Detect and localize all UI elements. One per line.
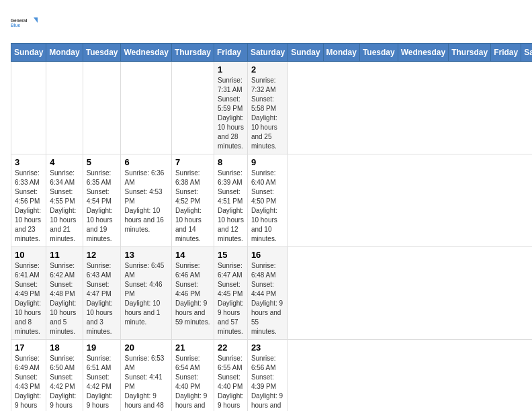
calendar-cell: 19Sunrise: 6:51 AMSunset: 4:42 PMDayligh… [83, 340, 121, 412]
calendar-week-row: 1Sunrise: 7:31 AMSunset: 5:59 PMDaylight… [11, 62, 533, 154]
day-info: Sunrise: 6:33 AMSunset: 4:56 PMDaylight:… [15, 169, 42, 244]
svg-text:Blue: Blue [11, 23, 20, 28]
day-number: 22 [218, 342, 244, 353]
calendar-cell: 5Sunrise: 6:35 AMSunset: 4:54 PMDaylight… [83, 154, 121, 247]
calendar-cell [46, 62, 83, 154]
day-of-week-sunday: Sunday [288, 44, 323, 62]
day-info: Sunrise: 6:51 AMSunset: 4:42 PMDaylight:… [87, 354, 118, 411]
day-number: 3 [15, 157, 42, 167]
logo: General Blue [11, 11, 38, 35]
calendar-cell: 23Sunrise: 6:56 AMSunset: 4:39 PMDayligh… [247, 340, 287, 412]
day-number: 10 [15, 250, 42, 260]
day-info: Sunrise: 6:47 AMSunset: 4:45 PMDaylight:… [218, 261, 244, 336]
calendar-week-row: 10Sunrise: 6:41 AMSunset: 4:49 PMDayligh… [11, 247, 533, 340]
day-number: 8 [218, 157, 244, 167]
day-info: Sunrise: 6:56 AMSunset: 4:39 PMDaylight:… [251, 354, 284, 411]
calendar-cell: 14Sunrise: 6:46 AMSunset: 4:46 PMDayligh… [171, 247, 214, 340]
calendar-cell: 6Sunrise: 6:36 AMSunset: 4:53 PMDaylight… [121, 154, 171, 247]
calendar-cell: 12Sunrise: 6:43 AMSunset: 4:47 PMDayligh… [83, 247, 121, 340]
header: General Blue [11, 11, 521, 35]
day-of-week-header: Sunday [11, 44, 46, 62]
day-info: Sunrise: 6:55 AMSunset: 4:40 PMDaylight:… [218, 354, 244, 411]
day-number: 12 [87, 250, 118, 260]
logo-svg: General Blue [11, 11, 38, 35]
day-info: Sunrise: 6:46 AMSunset: 4:46 PMDaylight:… [175, 261, 210, 327]
day-info: Sunrise: 7:31 AMSunset: 5:59 PMDaylight:… [218, 76, 244, 151]
day-number: 5 [87, 157, 118, 167]
day-of-week-header: Friday [214, 44, 247, 62]
calendar-cell [83, 62, 121, 154]
calendar-cell: 18Sunrise: 6:50 AMSunset: 4:42 PMDayligh… [46, 340, 83, 412]
calendar-cell: 11Sunrise: 6:42 AMSunset: 4:48 PMDayligh… [46, 247, 83, 340]
calendar-week-row: 3Sunrise: 6:33 AMSunset: 4:56 PMDaylight… [11, 154, 533, 247]
svg-text:General: General [11, 18, 27, 23]
day-number: 2 [251, 64, 284, 75]
day-number: 17 [15, 342, 42, 353]
day-number: 13 [124, 250, 167, 260]
day-info: Sunrise: 6:50 AMSunset: 4:42 PMDaylight:… [50, 354, 79, 411]
day-of-week-wednesday: Wednesday [398, 44, 448, 62]
day-number: 19 [87, 342, 118, 353]
calendar-table: SundayMondayTuesdayWednesdayThursdayFrid… [11, 43, 532, 411]
calendar-cell: 22Sunrise: 6:55 AMSunset: 4:40 PMDayligh… [214, 340, 247, 412]
day-info: Sunrise: 6:42 AMSunset: 4:48 PMDaylight:… [50, 261, 79, 336]
calendar-header-row: SundayMondayTuesdayWednesdayThursdayFrid… [11, 44, 533, 62]
day-number: 15 [218, 250, 244, 260]
day-number: 1 [218, 64, 244, 75]
day-of-week-tuesday: Tuesday [359, 44, 398, 62]
calendar-cell: 17Sunrise: 6:49 AMSunset: 4:43 PMDayligh… [11, 340, 46, 412]
calendar-cell: 9Sunrise: 6:40 AMSunset: 4:50 PMDaylight… [247, 154, 287, 247]
calendar-cell: 16Sunrise: 6:48 AMSunset: 4:44 PMDayligh… [247, 247, 287, 340]
day-info: Sunrise: 6:35 AMSunset: 4:54 PMDaylight:… [87, 169, 118, 244]
day-info: Sunrise: 6:48 AMSunset: 4:44 PMDaylight:… [251, 261, 284, 336]
day-info: Sunrise: 6:38 AMSunset: 4:52 PMDaylight:… [175, 169, 210, 244]
day-info: Sunrise: 6:43 AMSunset: 4:47 PMDaylight:… [87, 261, 118, 336]
day-of-week-header: Tuesday [83, 44, 121, 62]
day-number: 14 [175, 250, 210, 260]
day-of-week-header: Monday [46, 44, 83, 62]
day-info: Sunrise: 6:45 AMSunset: 4:46 PMDaylight:… [124, 261, 167, 327]
day-number: 21 [175, 342, 210, 353]
day-of-week-header: Thursday [171, 44, 214, 62]
day-info: Sunrise: 6:53 AMSunset: 4:41 PMDaylight:… [124, 354, 167, 411]
day-number: 23 [251, 342, 284, 353]
calendar-cell: 2Sunrise: 7:32 AMSunset: 5:58 PMDaylight… [247, 62, 287, 154]
day-number: 6 [124, 157, 167, 167]
svg-marker-2 [34, 17, 38, 23]
calendar-cell: 21Sunrise: 6:54 AMSunset: 4:40 PMDayligh… [171, 340, 214, 412]
day-number: 4 [50, 157, 79, 167]
day-info: Sunrise: 7:32 AMSunset: 5:58 PMDaylight:… [251, 76, 284, 151]
calendar-cell: 20Sunrise: 6:53 AMSunset: 4:41 PMDayligh… [121, 340, 171, 412]
calendar-cell: 13Sunrise: 6:45 AMSunset: 4:46 PMDayligh… [121, 247, 171, 340]
day-number: 7 [175, 157, 210, 167]
day-number: 16 [251, 250, 284, 260]
day-of-week-friday: Friday [491, 44, 521, 62]
calendar-cell [121, 62, 171, 154]
day-number: 11 [50, 250, 79, 260]
calendar-cell: 10Sunrise: 6:41 AMSunset: 4:49 PMDayligh… [11, 247, 46, 340]
calendar-week-row: 17Sunrise: 6:49 AMSunset: 4:43 PMDayligh… [11, 340, 533, 412]
calendar-cell: 8Sunrise: 6:39 AMSunset: 4:51 PMDaylight… [214, 154, 247, 247]
day-info: Sunrise: 6:54 AMSunset: 4:40 PMDaylight:… [175, 354, 210, 411]
day-info: Sunrise: 6:39 AMSunset: 4:51 PMDaylight:… [218, 169, 244, 244]
day-of-week-thursday: Thursday [449, 44, 491, 62]
calendar-cell: 3Sunrise: 6:33 AMSunset: 4:56 PMDaylight… [11, 154, 46, 247]
day-info: Sunrise: 6:40 AMSunset: 4:50 PMDaylight:… [251, 169, 284, 244]
calendar-cell: 7Sunrise: 6:38 AMSunset: 4:52 PMDaylight… [171, 154, 214, 247]
day-number: 20 [124, 342, 167, 353]
calendar-cell: 4Sunrise: 6:34 AMSunset: 4:55 PMDaylight… [46, 154, 83, 247]
day-of-week-header: Saturday [247, 44, 287, 62]
day-of-week-saturday: Saturday [521, 44, 532, 62]
day-info: Sunrise: 6:36 AMSunset: 4:53 PMDaylight:… [124, 169, 167, 234]
day-of-week-header: Wednesday [121, 44, 171, 62]
calendar-cell [171, 62, 214, 154]
day-info: Sunrise: 6:34 AMSunset: 4:55 PMDaylight:… [50, 169, 79, 244]
day-info: Sunrise: 6:49 AMSunset: 4:43 PMDaylight:… [15, 354, 42, 411]
day-of-week-monday: Monday [323, 44, 359, 62]
calendar-cell [11, 62, 46, 154]
calendar-cell: 1Sunrise: 7:31 AMSunset: 5:59 PMDaylight… [214, 62, 247, 154]
day-info: Sunrise: 6:41 AMSunset: 4:49 PMDaylight:… [15, 261, 42, 336]
day-number: 18 [50, 342, 79, 353]
calendar-cell: 15Sunrise: 6:47 AMSunset: 4:45 PMDayligh… [214, 247, 247, 340]
day-number: 9 [251, 157, 284, 167]
